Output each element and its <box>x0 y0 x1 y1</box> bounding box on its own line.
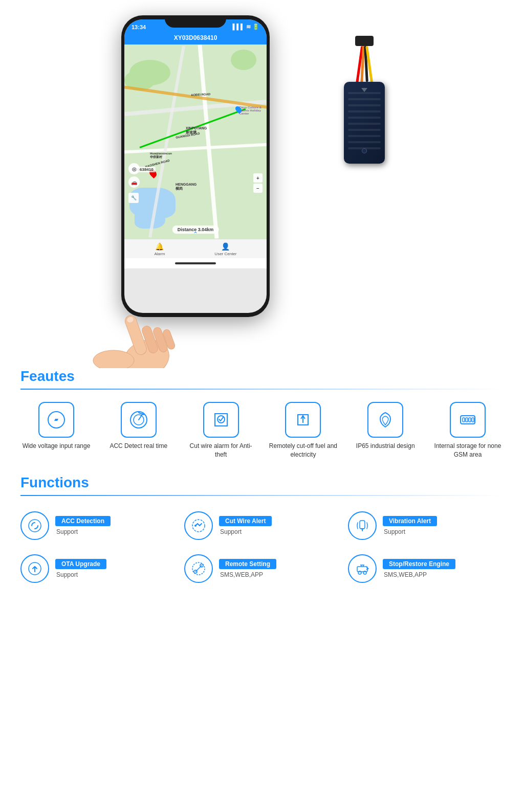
function-acc-title: ACC Detection <box>55 516 111 526</box>
features-divider <box>20 389 504 390</box>
device-triangle-mark <box>361 88 367 92</box>
function-vibration-value: Support <box>383 528 437 535</box>
function-remote-value: SMS,WEB,APP <box>219 571 276 578</box>
svg-rect-30 <box>357 567 367 572</box>
top-section: 13:34 ▌▌▌ ≋ 🔋 XY03D0638410 <box>0 0 524 327</box>
hand-illustration <box>88 276 190 368</box>
function-engine-value: SMS,WEB,APP <box>383 571 455 578</box>
device-connector <box>355 36 374 46</box>
phone-body: 13:34 ▌▌▌ ≋ 🔋 XY03D0638410 <box>121 15 270 317</box>
svg-point-20 <box>29 520 41 532</box>
feature-item-0: Wide voltage input range <box>20 402 92 459</box>
features-grid: Wide voltage input range ACC Detect real… <box>20 402 504 459</box>
feature-icon-ip65 <box>367 402 403 438</box>
phone-tab-user[interactable]: 👤 User Center <box>214 242 236 256</box>
map-tool-icon[interactable]: 🔧 <box>128 193 139 203</box>
function-vibration: Vibration Alert Support <box>348 508 504 543</box>
function-ota: OTA Upgrade Support <box>20 551 176 586</box>
functions-title: Functions <box>20 475 504 491</box>
phone-home-indicator <box>175 262 216 264</box>
function-ota-value: Support <box>55 571 106 578</box>
function-cutwire-value: Support <box>219 528 272 535</box>
function-engine-title: Stop/Restore Engine <box>383 559 455 569</box>
functions-section: Functions ACC Detection Support <box>0 464 524 601</box>
map-chevron-up[interactable]: ⌃ <box>193 231 198 238</box>
phone-signal-icons: ▌▌▌ ≋ 🔋 <box>233 24 260 30</box>
function-remote-title: Remote Setting <box>219 559 276 569</box>
svg-point-22 <box>194 525 196 527</box>
function-ota-title: OTA Upgrade <box>55 559 106 569</box>
svg-rect-16 <box>463 418 465 422</box>
feature-label-5: Internal storage for none GSM area <box>432 442 504 459</box>
function-ota-info: OTA Upgrade Support <box>55 559 106 578</box>
functions-divider <box>20 495 504 496</box>
device-dot <box>362 148 367 153</box>
svg-rect-19 <box>472 418 474 422</box>
feature-icon-voltage <box>38 402 74 438</box>
function-remote: Remote Setting SMS,WEB,APP <box>184 551 340 586</box>
phone-bottom-bar: 🔔 Alarm 👤 User Center <box>124 239 267 258</box>
phone-header: XY03D0638410 <box>124 32 267 44</box>
function-icon-cutwire <box>184 511 213 540</box>
function-cutwire-title: Cut Wire Alert <box>219 516 272 526</box>
feature-label-0: Wide voltage input range <box>23 442 91 450</box>
function-engine-info: Stop/Restore Engine SMS,WEB,APP <box>383 559 455 578</box>
map-label-henggang: HENGGANG横岗 <box>176 183 196 191</box>
feature-item-3: Remotely cut-off fuel and electricity <box>267 402 339 459</box>
functions-grid: ACC Detection Support Cut Wire Alert Sup… <box>20 508 504 586</box>
function-icon-ota <box>20 554 49 583</box>
feature-item-5: Internal storage for none GSM area <box>432 402 504 459</box>
function-remote-info: Remote Setting SMS,WEB,APP <box>219 559 276 578</box>
phone-tab-user-label: User Center <box>214 252 236 256</box>
function-acc-detection: ACC Detection Support <box>20 508 176 543</box>
device-wires <box>358 46 371 87</box>
feature-icon-cutwire <box>203 402 239 438</box>
function-acc-value: Support <box>55 528 111 535</box>
feature-item-1: ACC Detect real time <box>103 402 174 459</box>
features-section: Feautes Wide voltage input range <box>0 358 524 464</box>
map-control-car[interactable]: 🚗 <box>128 176 140 188</box>
svg-rect-23 <box>360 521 365 529</box>
function-acc-info: ACC Detection Support <box>55 516 111 535</box>
map-control-compass[interactable]: ◎ <box>128 163 140 174</box>
feature-label-1: ACC Detect real time <box>110 442 167 450</box>
feature-icon-remote <box>285 402 321 438</box>
function-engine: Stop/Restore Engine SMS,WEB,APP <box>348 551 504 586</box>
function-cutwire-info: Cut Wire Alert Support <box>219 516 272 535</box>
phone-map: XINPOTANG新坡塘 HENGGANG横岗 Dayu Culture &Sp… <box>124 44 267 239</box>
function-cut-wire: Cut Wire Alert Support <box>184 508 340 543</box>
phone-mockup: 13:34 ▌▌▌ ≋ 🔋 XY03D0638410 <box>108 15 282 317</box>
function-vibration-title: Vibration Alert <box>383 516 437 526</box>
phone-device-id: XY03D0638410 <box>174 34 217 41</box>
map-zoom-out[interactable]: − <box>253 184 263 193</box>
map-label-huaqiao: Huaqiaoxincun华侨新村 <box>150 152 172 160</box>
gps-device <box>344 36 385 164</box>
phone-screen: 13:34 ▌▌▌ ≋ 🔋 XY03D0638410 <box>124 19 267 313</box>
feature-icon-storage <box>450 402 486 438</box>
feature-item-2: Cut wire alarm for Anti-theft <box>185 402 257 459</box>
phone-tab-alarm[interactable]: 🔔 Alarm <box>154 242 165 256</box>
device-main-body <box>344 82 385 164</box>
feature-label-2: Cut wire alarm for Anti-theft <box>185 442 257 459</box>
map-zoom-in[interactable]: + <box>253 173 263 183</box>
svg-point-7 <box>93 350 134 368</box>
feature-label-4: IP65 industrial design <box>356 442 415 450</box>
function-icon-engine <box>348 554 377 583</box>
svg-rect-17 <box>466 418 468 422</box>
alarm-icon: 🔔 <box>155 242 164 251</box>
device-ribs <box>348 92 381 153</box>
svg-point-21 <box>192 520 205 532</box>
function-vibration-info: Vibration Alert Support <box>383 516 437 535</box>
phone-notch <box>165 15 226 28</box>
function-icon-vibration <box>348 511 377 540</box>
function-icon-remote <box>184 554 213 583</box>
phone-tab-alarm-label: Alarm <box>154 252 165 256</box>
phone-home-bar <box>124 258 267 268</box>
feature-icon-acc <box>121 402 157 438</box>
svg-rect-18 <box>469 418 471 422</box>
phone-time: 13:34 <box>132 24 146 30</box>
feature-label-3: Remotely cut-off fuel and electricity <box>267 442 339 459</box>
features-title: Feautes <box>20 368 504 385</box>
function-icon-acc <box>20 511 49 540</box>
map-label-dayu: Dayu Culture &Sports HolidayCenter <box>239 106 261 115</box>
